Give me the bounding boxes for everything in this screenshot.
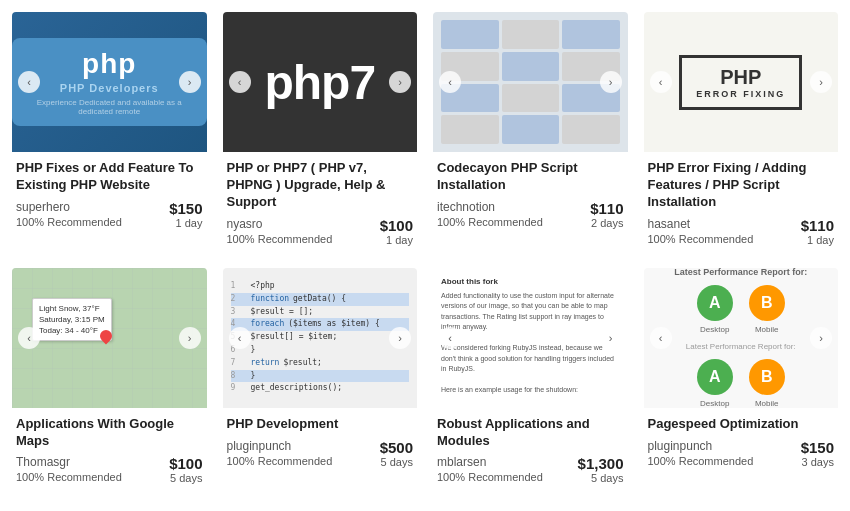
prev-button[interactable]: ‹ [18,71,40,93]
card-google-maps[interactable]: ‹ Light Snow, 37°F Saturday, 3:15 PM Tod… [12,268,207,491]
card-seller: mblarsen [437,455,543,469]
card-price-block: $100 5 days [169,455,202,484]
card-pagespeed[interactable]: ‹ Latest Performance Report for: A Deskt… [644,268,839,491]
card-days: 1 day [380,234,413,246]
php-text: php [30,48,189,80]
card-seller: pluginpunch [227,439,333,453]
card-image: ‹ About this fork Added functionality to… [433,268,628,408]
card-days: 5 days [578,472,624,484]
card-seller-block: superhero 100% Recommended [16,200,122,228]
grade-label-2: Desktop [700,399,729,408]
card-php7[interactable]: ‹ php7 › PHP or PHP7 ( PHP v7, PHPNG ) U… [223,12,418,252]
card-price: $100 [380,217,413,234]
card-rating: 100% Recommended [648,233,754,245]
card-meta: hasanet 100% Recommended $110 1 day [648,217,835,246]
card-image: ‹ Light Snow, 37°F Saturday, 3:15 PM Tod… [12,268,207,408]
next-button[interactable]: › [810,327,832,349]
grade-mobile: B Mobile [749,285,785,334]
prev-button[interactable]: ‹ [650,327,672,349]
grade-label: Desktop [700,325,729,334]
card-php-error[interactable]: ‹ PHP ERROR FIXING › PHP Error Fixing / … [644,12,839,252]
card-price: $1,300 [578,455,624,472]
card-seller-block: nyasro 100% Recommended [227,217,333,245]
prev-button[interactable]: ‹ [439,327,461,349]
card-image: ‹ PHP ERROR FIXING › [644,12,839,152]
prev-button[interactable]: ‹ [18,327,40,349]
grade-label: Mobile [755,325,779,334]
card-body: PHP or PHP7 ( PHP v7, PHPNG ) Upgrade, H… [223,152,418,252]
grade-b-circle: B [749,285,785,321]
card-price: $110 [590,200,623,217]
card-price-block: $110 1 day [801,217,834,246]
card-price: $100 [169,455,202,472]
card-price: $500 [380,439,413,456]
card-seller: superhero [16,200,122,214]
card-meta: Thomasgr 100% Recommended $100 5 days [16,455,203,484]
card-title: PHP Fixes or Add Feature To Existing PHP… [16,160,203,194]
card-seller: hasanet [648,217,754,231]
card-image: ‹ php7 › [223,12,418,152]
card-days: 5 days [169,472,202,484]
card-body: PHP Development pluginpunch 100% Recomme… [223,408,418,474]
card-seller: pluginpunch [648,439,754,453]
card-title: Applications With Google Maps [16,416,203,450]
next-button[interactable]: › [389,71,411,93]
prev-button[interactable]: ‹ [229,71,251,93]
card-rating: 100% Recommended [16,216,122,228]
card-rating: 100% Recommended [227,455,333,467]
grade-a-circle-2: A [697,359,733,395]
card-seller: itechnotion [437,200,543,214]
grade-desktop: A Desktop [697,285,733,334]
card-meta: nyasro 100% Recommended $100 1 day [227,217,414,246]
card-price-block: $150 3 days [801,439,834,468]
card-php-development[interactable]: ‹ 1<?php 2function getData() { 3 $result… [223,268,418,491]
card-body: Robust Applications and Modules mblarsen… [433,408,628,491]
card-php-fixes[interactable]: ‹ php PHP Developers Experience Dedicate… [12,12,207,252]
card-price-block: $1,300 5 days [578,455,624,484]
card-days: 5 days [380,456,413,468]
dev-text: PHP Developers [30,82,189,94]
card-price-block: $100 1 day [380,217,413,246]
card-robust-apps[interactable]: ‹ About this fork Added functionality to… [433,268,628,491]
next-button[interactable]: › [600,71,622,93]
prev-button[interactable]: ‹ [439,71,461,93]
card-rating: 100% Recommended [437,216,543,228]
card-days: 2 days [590,217,623,229]
card-body: PHP Error Fixing / Adding Features / PHP… [644,152,839,252]
card-seller-block: pluginpunch 100% Recommended [227,439,333,467]
card-days: 3 days [801,456,834,468]
grade-desktop-2: A Desktop [697,359,733,408]
next-button[interactable]: › [179,327,201,349]
next-button[interactable]: › [600,327,622,349]
card-codecayon[interactable]: ‹ › Codecayon PHP Script Installation [433,12,628,252]
card-price: $150 [169,200,202,217]
robust-content: About this fork Added functionality to u… [441,276,620,408]
card-seller-block: pluginpunch 100% Recommended [648,439,754,467]
card-body: Pagespeed Optimization pluginpunch 100% … [644,408,839,474]
card-title: PHP Error Fixing / Adding Features / PHP… [648,160,835,211]
next-button[interactable]: › [179,71,201,93]
card-body: PHP Fixes or Add Feature To Existing PHP… [12,152,207,235]
card-seller-block: mblarsen 100% Recommended [437,455,543,483]
pagespeed-scores: Latest Performance Report for: A Desktop… [644,268,839,408]
card-image: ‹ › [433,12,628,152]
card-meta: itechnotion 100% Recommended $110 2 days [437,200,624,229]
card-meta: pluginpunch 100% Recommended $150 3 days [648,439,835,468]
card-body: Codecayon PHP Script Installation itechn… [433,152,628,235]
prev-button[interactable]: ‹ [650,71,672,93]
prev-button[interactable]: ‹ [229,327,251,349]
grade-label-2: Mobile [755,399,779,408]
grade-mobile-2: B Mobile [749,359,785,408]
error-sign: PHP ERROR FIXING [679,55,802,110]
card-image: ‹ php PHP Developers Experience Dedicate… [12,12,207,152]
grade-a-circle: A [697,285,733,321]
card-seller: Thomasgr [16,455,122,469]
card-price-block: $500 5 days [380,439,413,468]
card-rating: 100% Recommended [437,471,543,483]
next-button[interactable]: › [389,327,411,349]
card-days: 1 day [801,234,834,246]
card-title: PHP or PHP7 ( PHP v7, PHPNG ) Upgrade, H… [227,160,414,211]
next-button[interactable]: › [810,71,832,93]
card-body: Applications With Google Maps Thomasgr 1… [12,408,207,491]
card-price: $110 [801,217,834,234]
